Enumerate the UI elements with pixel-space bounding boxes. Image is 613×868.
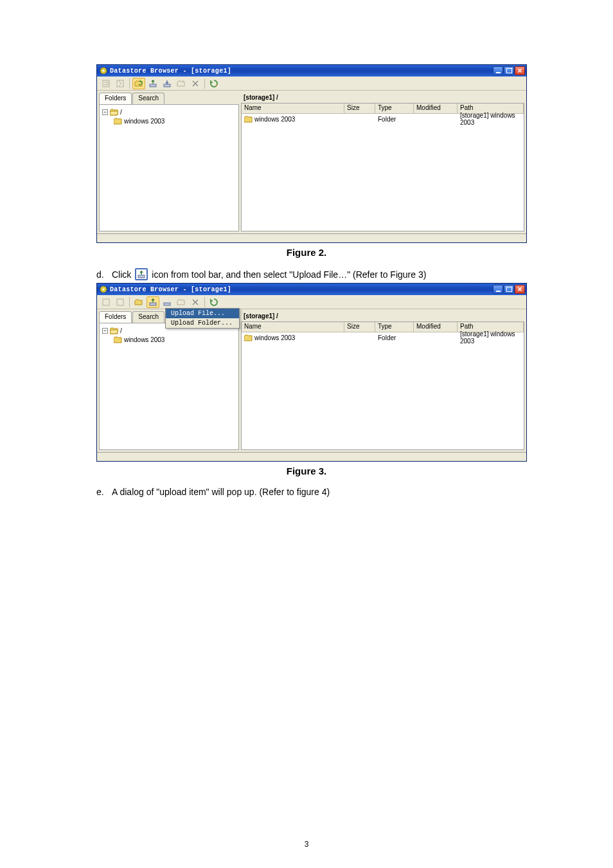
status-bar	[97, 452, 526, 461]
cell-path: [storage1] windows 2003	[458, 112, 524, 126]
svg-point-10	[102, 288, 104, 290]
instr-d-letter: d.	[96, 269, 108, 280]
tree-child[interactable]: windows 2003	[102, 116, 236, 125]
col-size-header[interactable]: Size	[344, 322, 375, 332]
close-button[interactable]	[515, 285, 525, 294]
nav-back-icon[interactable]	[100, 296, 112, 308]
svg-rect-8	[138, 275, 145, 278]
minimize-button[interactable]	[493, 285, 503, 294]
cell-type: Folder	[375, 334, 414, 341]
refresh-icon[interactable]	[208, 296, 220, 308]
nav-back-icon[interactable]	[100, 78, 112, 89]
breadcrumb: [storage1] /	[241, 311, 524, 321]
status-bar	[97, 233, 526, 242]
svg-rect-12	[117, 299, 123, 305]
nav-open-icon[interactable]	[114, 296, 127, 308]
maximize-button[interactable]	[504, 285, 514, 294]
download-icon[interactable]	[161, 296, 173, 308]
svg-rect-11	[103, 299, 109, 305]
col-name-header[interactable]: Name	[242, 104, 344, 113]
toolbar: *	[97, 77, 526, 91]
col-name-header[interactable]: Name	[242, 322, 344, 332]
tree-root-label: /	[120, 109, 122, 116]
app-icon	[100, 285, 107, 293]
tree-root[interactable]: − /	[102, 107, 236, 116]
tab-folders[interactable]: Folders	[99, 311, 132, 323]
tree-root-label: /	[120, 327, 122, 334]
file-grid: Name Size Type Modified Path windows 200…	[241, 103, 524, 231]
menu-upload-folder[interactable]: Upload Folder...	[166, 318, 239, 328]
folder-icon	[244, 334, 253, 341]
toolbar	[97, 295, 526, 309]
svg-point-7	[216, 84, 217, 86]
tree-child-label: windows 2003	[124, 118, 164, 125]
col-type-header[interactable]: Type	[375, 104, 414, 113]
upload-context-menu: Upload File... Upload Folder...	[165, 308, 240, 329]
breadcrumb: [storage1] /	[241, 93, 524, 103]
tab-search[interactable]: Search	[132, 311, 164, 323]
instruction-e: e. A dialog of "upload item" will pop up…	[96, 487, 517, 497]
col-modified-header[interactable]: Modified	[414, 104, 458, 113]
cell-path: [storage1] windows 2003	[458, 330, 524, 345]
instr-e-letter: e.	[96, 487, 108, 497]
refresh-icon[interactable]	[208, 78, 220, 89]
datastore-window-fig3: Datastore Browser - [storage1] Upload Fi…	[96, 283, 527, 462]
instr-d-pre: Click	[112, 269, 131, 280]
col-modified-header[interactable]: Modified	[414, 322, 458, 332]
window-title: Datastore Browser - [storage1]	[110, 68, 231, 75]
menu-upload-file[interactable]: Upload File...	[166, 309, 239, 318]
tree-child[interactable]: windows 2003	[102, 335, 236, 344]
folder-tree: − / windows 2003	[99, 104, 239, 231]
delete-icon[interactable]	[189, 78, 202, 89]
folder-refresh-icon[interactable]	[132, 78, 145, 89]
new-folder-icon[interactable]: *	[175, 78, 188, 89]
window-title: Datastore Browser - [storage1]	[110, 286, 231, 293]
svg-rect-13	[150, 303, 156, 305]
svg-point-1	[102, 69, 104, 71]
file-grid: Name Size Type Modified Path windows 200…	[241, 321, 524, 450]
folder-tree: − / windows 2003	[99, 323, 239, 450]
folder-open-icon	[110, 327, 118, 334]
app-icon	[100, 67, 107, 75]
table-row[interactable]: windows 2003 Folder [storage1] windows 2…	[242, 332, 524, 343]
title-bar: Datastore Browser - [storage1]	[97, 284, 526, 295]
svg-rect-4	[150, 84, 156, 87]
instr-e-text: A dialog of "upload item" will pop up. (…	[112, 487, 330, 497]
new-folder-icon[interactable]	[175, 296, 188, 308]
table-row[interactable]: windows 2003 Folder [storage1] windows 2…	[242, 114, 524, 124]
upload-icon[interactable]	[147, 78, 159, 89]
download-icon[interactable]	[161, 78, 173, 89]
upload-icon[interactable]	[147, 296, 159, 308]
expander-minus-icon[interactable]: −	[102, 109, 108, 115]
close-button[interactable]	[515, 66, 525, 75]
figure2-caption: Figure 2.	[96, 247, 517, 258]
title-bar: Datastore Browser - [storage1]	[97, 65, 526, 77]
folder-icon	[114, 118, 122, 125]
folder-icon	[244, 116, 253, 123]
upload-icon	[135, 268, 148, 280]
folder-open-icon	[110, 109, 118, 116]
tree-child-label: windows 2003	[124, 336, 164, 343]
datastore-window-fig2: Datastore Browser - [storage1] * Fold	[96, 64, 527, 243]
svg-rect-3	[117, 80, 123, 87]
expander-minus-icon[interactable]: −	[102, 328, 108, 334]
nav-open-icon[interactable]	[114, 78, 127, 89]
figure3-caption: Figure 3.	[96, 466, 517, 476]
instr-d-post: icon from tool bar, and then select "Upl…	[152, 269, 426, 280]
maximize-button[interactable]	[504, 66, 514, 75]
cell-name: windows 2003	[254, 116, 295, 123]
svg-rect-14	[164, 303, 170, 305]
cell-name: windows 2003	[254, 334, 295, 341]
col-size-header[interactable]: Size	[344, 104, 375, 113]
page-number: 3	[0, 840, 613, 849]
folder-refresh-icon[interactable]	[132, 296, 145, 308]
svg-rect-5	[164, 84, 170, 87]
col-type-header[interactable]: Type	[375, 322, 414, 332]
delete-icon[interactable]	[189, 296, 202, 308]
instruction-d: d. Click icon from tool bar, and then se…	[96, 268, 517, 280]
minimize-button[interactable]	[493, 66, 503, 75]
tab-folders[interactable]: Folders	[99, 93, 132, 104]
tab-search[interactable]: Search	[132, 93, 164, 104]
folder-icon	[114, 336, 122, 343]
cell-type: Folder	[375, 116, 414, 123]
